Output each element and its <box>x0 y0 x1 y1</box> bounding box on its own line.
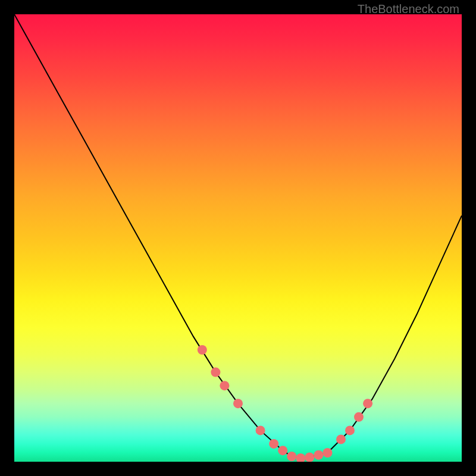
chart-overlay <box>14 14 462 462</box>
chart-frame: TheBottleneck.com <box>0 0 476 476</box>
marker-dot <box>363 399 372 408</box>
marker-dot <box>354 412 364 422</box>
marker-dot <box>220 381 229 390</box>
curve-line <box>14 14 462 458</box>
marker-dot <box>345 425 355 435</box>
marker-dot <box>322 448 332 458</box>
marker-dot <box>305 453 314 462</box>
marker-dot <box>278 446 287 455</box>
marker-dot <box>256 425 265 435</box>
marker-dot <box>296 453 305 462</box>
marker-dot <box>336 434 346 444</box>
marker-dot <box>211 368 220 377</box>
watermark-text: TheBottleneck.com <box>358 2 459 16</box>
marker-dot <box>287 452 296 461</box>
marker-dot <box>233 399 243 408</box>
marker-dot <box>269 439 278 449</box>
marker-dot <box>198 345 207 355</box>
marker-dots <box>198 345 372 462</box>
marker-dot <box>314 450 323 460</box>
